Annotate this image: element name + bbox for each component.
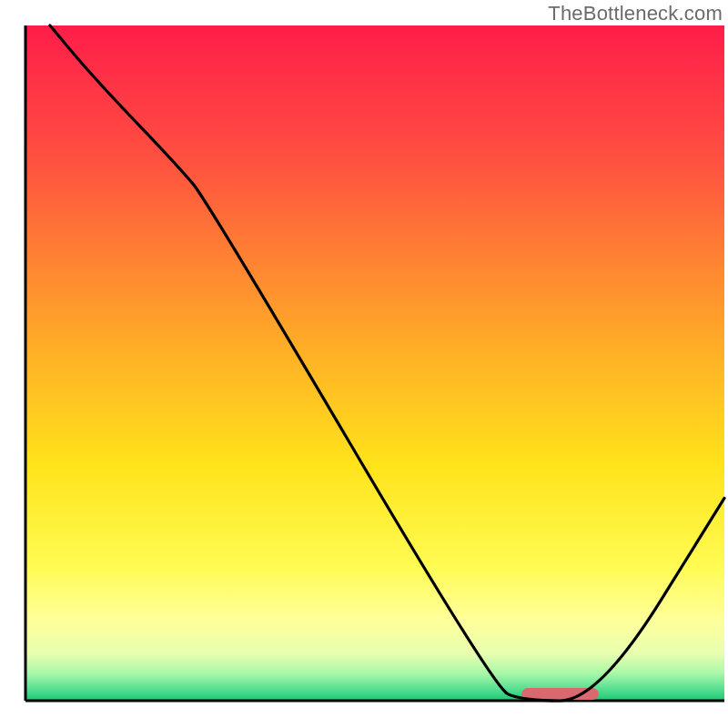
watermark-text: TheBottleneck.com [548,2,723,25]
chart-container: TheBottleneck.com [0,0,728,728]
bottleneck-chart [0,0,728,728]
plot-background [25,25,724,701]
